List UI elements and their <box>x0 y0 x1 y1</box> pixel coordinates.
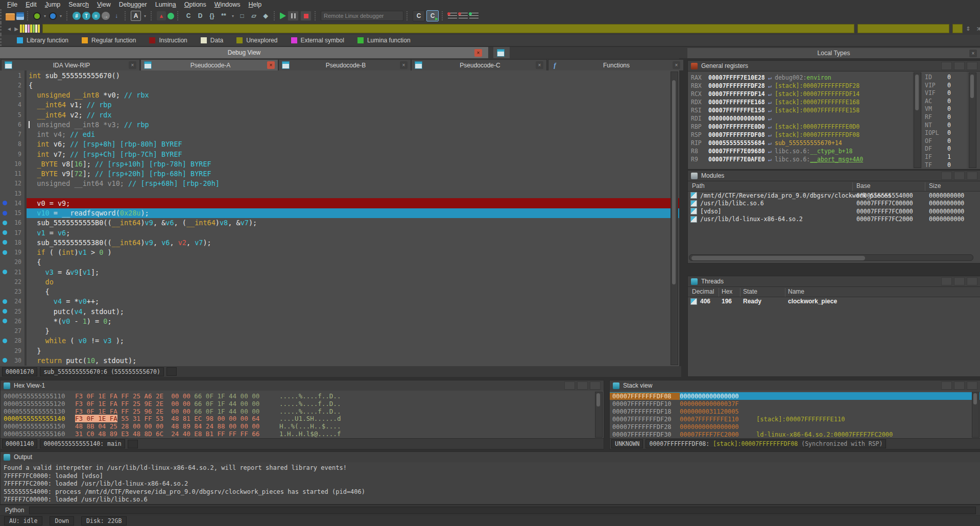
python-cli-input[interactable] <box>29 507 976 514</box>
pseudocode-line[interactable]: 8 int v6; // [rsp+8h] [rbp-80h] BYREF <box>0 139 679 149</box>
navigation-band[interactable] <box>42 24 854 33</box>
menu-item-edit[interactable]: Edit <box>21 1 41 9</box>
pseudocode-code[interactable]: _BYTE v8[16]; // [rsp+10h] [rbp-78h] BYR… <box>27 159 679 169</box>
register-row-rdx[interactable]: RDX00007FFFFFFFE168↵[stack]:00007FFFFFFF… <box>688 98 913 106</box>
pseudocode-code[interactable]: sub_555555555380((__int64)v9, v6, v2, v7… <box>27 237 679 247</box>
register-value[interactable]: 0000000000000000 <box>708 115 765 122</box>
threads-header[interactable]: Decimal Hex State Name <box>688 287 980 297</box>
threads-title-bar[interactable]: Threads <box>688 276 980 287</box>
diamond-icon[interactable]: ◆ <box>260 11 271 21</box>
flag-row-of[interactable]: OF0 <box>922 137 967 146</box>
flag-value[interactable]: 0 <box>947 161 951 169</box>
debugger-selector[interactable]: Remote Linux debugger <box>321 11 403 21</box>
jump-forward-arrow-icon[interactable]: ▾ <box>58 11 63 21</box>
pseudocode-line[interactable]: 28 while ( v0 != v3 ); <box>0 336 679 346</box>
run-script-icon[interactable]: C <box>426 10 439 21</box>
threads-col-decimal[interactable]: Decimal <box>692 288 714 295</box>
ascii-style-arrow-icon[interactable]: ▾ <box>142 11 148 21</box>
register-value[interactable]: 00007FFFFFFFE0D0 <box>708 123 765 130</box>
pseudocode-line[interactable]: 30 return putc(10, stdout); <box>0 355 679 365</box>
return-arrow-icon[interactable]: ↵ <box>765 148 775 155</box>
local-types-close-icon[interactable]: × <box>969 50 977 57</box>
debug-view-close-icon[interactable]: × <box>474 49 482 57</box>
modules-col-base[interactable]: Base <box>856 182 870 189</box>
nav-left-icon[interactable]: ◄ <box>6 26 13 32</box>
stack-value[interactable]: 000000000000037F <box>680 400 756 408</box>
hex-bytes[interactable]: 31 C0 48 89 E3 48 8D 6C 24 40 E8 B1 FF F… <box>75 430 279 438</box>
stack-value[interactable]: 0000000000000000 <box>680 423 756 431</box>
hex-bytes[interactable]: F3 0F 1E FA FF 25 96 2E 00 00 66 0F 1F 4… <box>75 408 279 415</box>
register-row-r8[interactable]: R800007FFFF7E09680↵libc.so.6:__ctype_b+1… <box>688 147 913 155</box>
flags-scrollbar[interactable] <box>969 73 976 168</box>
register-row-rdi[interactable]: RDI0000000000000000↵ <box>688 114 913 123</box>
pseudocode-line[interactable]: 7 int v4; // edi <box>0 130 679 139</box>
pseudocode-panel[interactable]: 1int sub_555555555670()2{3 unsigned __in… <box>0 70 679 366</box>
hex-row[interactable]: 000055555555516031 C0 48 89 E3 48 8D 6C … <box>1 430 604 438</box>
pseudocode-line[interactable]: 16 sub_5555555555B0((__int64)v9, &v6, (_… <box>0 218 679 228</box>
pseudocode-gutter[interactable]: 11 <box>0 169 27 179</box>
produce-c-icon[interactable]: C <box>183 11 194 21</box>
register-row-r9[interactable]: R900007FFFF7E0AFE0↵libc.so.6:__abort_msg… <box>688 155 913 163</box>
stack-row[interactable]: 00007FFFFFFFDF2000007FFFFFFFE110[stack]:… <box>610 415 980 423</box>
breakpoint-dot[interactable] <box>3 309 7 314</box>
register-value[interactable]: 00007FFFFFFFE158 <box>708 107 765 114</box>
pseudocode-gutter[interactable]: 9 <box>0 149 27 159</box>
pseudocode-line[interactable]: 4 __int64 v1; // rbp <box>0 100 679 110</box>
pseudocode-gutter[interactable]: 4 <box>0 100 27 110</box>
flag-value[interactable]: 0 <box>947 137 951 146</box>
watch-list-icon[interactable] <box>459 12 468 20</box>
pseudocode-code[interactable]: __int64 v1; // rbp <box>27 100 679 110</box>
pseudocode-gutter[interactable]: 18 <box>0 237 27 247</box>
stack-scrollbar[interactable] <box>972 392 979 438</box>
general-registers-title-bar[interactable]: General registers <box>688 61 980 71</box>
stack-row[interactable]: 00007FFFFFFFDF10000000000000037F <box>610 400 980 408</box>
register-row-rax[interactable]: RAX00007FFFF7E10E28↵debug002:environ <box>688 74 913 82</box>
jump-forward-icon[interactable] <box>49 12 57 20</box>
pseudocode-code[interactable]: while ( v0 != v3 ); <box>27 336 679 346</box>
hex-scrollbar-thumb[interactable] <box>596 393 600 407</box>
text-search-icon[interactable]: T <box>82 12 90 20</box>
flag-value[interactable]: 0 <box>947 105 951 113</box>
modules-title-bar[interactable]: Modules <box>688 171 980 181</box>
hex-bytes[interactable]: F3 0F 1E FA FF 25 9E 2E 00 00 66 0F 1F 4… <box>75 400 279 408</box>
pseudocode-line[interactable]: 6 unsigned __int8 *v3; // rbp <box>0 119 679 129</box>
navband-zoom-icon[interactable]: ⇕ <box>966 26 970 32</box>
breakpoint-dot[interactable] <box>3 230 7 235</box>
stack-value[interactable]: 00007FFFF7FC2000 <box>680 431 756 438</box>
hex-row[interactable]: 0000555555555110F3 0F 1E FA FF 25 A6 2E … <box>1 392 604 400</box>
pseudocode-line[interactable]: 11 _BYTE v9[72]; // [rsp+20h] [rbp-68h] … <box>0 169 679 179</box>
ascii-style-icon[interactable]: A <box>131 11 141 21</box>
jump-down-icon[interactable]: ↓ <box>111 11 122 21</box>
pseudocode-line[interactable]: 18 sub_555555555380((__int64)v9, v6, v2,… <box>0 237 679 247</box>
hex-row[interactable]: 0000555555555130F3 0F 1E FA FF 25 96 2E … <box>1 408 604 415</box>
pseudocode-line[interactable]: 19 if ( (int)v1 > 0 ) <box>0 248 679 257</box>
register-value[interactable]: 00007FFFF7E09680 <box>708 148 765 155</box>
breakpoint-dot[interactable] <box>3 358 7 363</box>
navigation-band-segment[interactable] <box>857 24 949 33</box>
pause-process-icon[interactable] <box>288 11 299 21</box>
produce-d-icon[interactable]: D <box>195 11 205 21</box>
trace-list-icon[interactable] <box>469 12 479 20</box>
flag-row-id[interactable]: ID0 <box>922 74 967 82</box>
flag-row-df[interactable]: DF0 <box>922 145 967 153</box>
produce-misc-icon[interactable]: ** <box>219 11 229 21</box>
modules-hscroll[interactable] <box>689 254 973 261</box>
pseudocode-code[interactable]: { <box>27 80 679 90</box>
flag-value[interactable]: 0 <box>947 74 951 82</box>
pseudocode-gutter[interactable]: 30 <box>0 355 27 365</box>
pseudocode-gutter[interactable]: 21 <box>0 267 27 277</box>
modules-btn-2[interactable] <box>954 172 965 180</box>
pseudocode-code[interactable]: unsigned __int64 v10; // [rsp+68h] [rbp-… <box>27 179 679 188</box>
pseudocode-gutter[interactable]: 1 <box>0 70 27 80</box>
threads-btn-1[interactable] <box>941 277 952 285</box>
output-title-bar[interactable]: Output <box>1 452 980 463</box>
tab-local-types[interactable]: Local Types × <box>687 48 980 58</box>
pseudocode-code[interactable] <box>27 188 679 198</box>
menu-item-windows[interactable]: Windows <box>210 1 245 9</box>
pseudocode-code[interactable]: do <box>27 277 679 286</box>
pseudocode-scrollbar-thumb[interactable] <box>672 80 676 284</box>
return-arrow-icon[interactable]: ↵ <box>765 99 775 106</box>
pseudocode-gutter[interactable]: 27 <box>0 326 27 336</box>
register-row-rsi[interactable]: RSI00007FFFFFFFE158↵[stack]:00007FFFFFFF… <box>688 106 913 114</box>
pseudocode-code[interactable]: int v7; // [rsp+Ch] [rbp-7Ch] BYREF <box>27 149 679 159</box>
